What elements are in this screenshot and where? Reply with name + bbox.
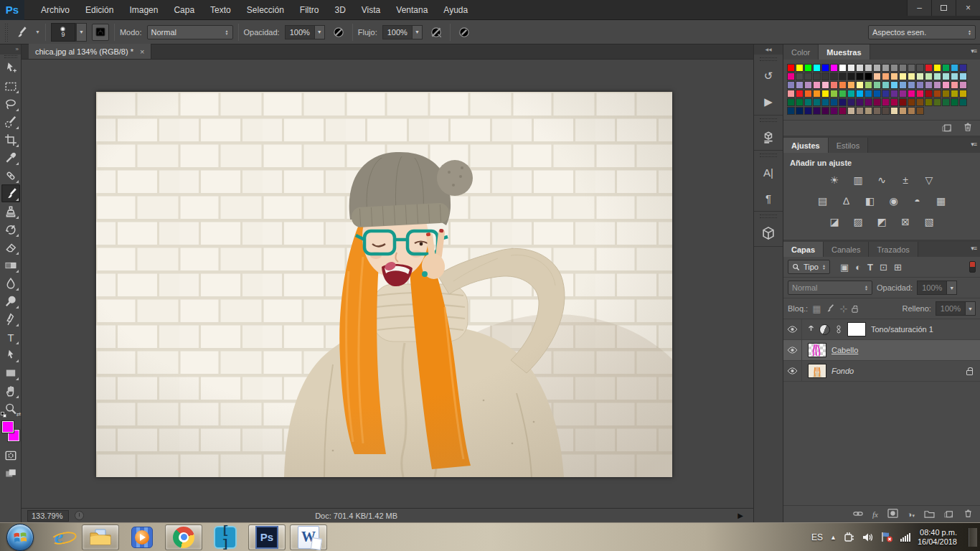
ajuste-curvas-icon[interactable]: ∿ bbox=[873, 173, 890, 187]
layer-row-tono-saturacion[interactable]: Tono/saturación 1 bbox=[783, 319, 980, 340]
color-swatch[interactable] bbox=[916, 72, 924, 80]
layer-thumbnail[interactable] bbox=[808, 343, 826, 357]
color-swatch[interactable] bbox=[830, 72, 838, 80]
color-swatch[interactable] bbox=[804, 72, 812, 80]
move-tool[interactable] bbox=[1, 59, 20, 77]
taskbar-windows-explorer[interactable] bbox=[82, 524, 119, 550]
delete-layer-icon[interactable] bbox=[963, 509, 973, 519]
status-menu-arrow-icon[interactable]: ▶ bbox=[738, 512, 743, 519]
panel-menu-icon[interactable]: ▾≡ bbox=[971, 141, 976, 148]
color-swatch[interactable] bbox=[804, 81, 812, 89]
color-swatch[interactable] bbox=[908, 107, 915, 115]
color-swatch[interactable] bbox=[873, 98, 881, 106]
color-swatch[interactable] bbox=[890, 81, 898, 89]
color-swatch[interactable] bbox=[847, 90, 855, 98]
color-swatch[interactable] bbox=[847, 72, 855, 80]
brush-tool[interactable] bbox=[1, 184, 20, 202]
color-swatch[interactable] bbox=[882, 98, 890, 106]
ajuste-consulta-colores-icon[interactable]: ▦ bbox=[933, 194, 950, 208]
history-panel-icon[interactable]: ↺ bbox=[754, 63, 783, 89]
color-swatch[interactable] bbox=[916, 98, 924, 106]
eyedropper-tool[interactable] bbox=[1, 149, 20, 166]
show-desktop-button[interactable] bbox=[969, 528, 977, 547]
color-swatch[interactable] bbox=[899, 81, 907, 89]
color-swatch[interactable] bbox=[873, 81, 881, 89]
color-swatch[interactable] bbox=[916, 64, 924, 72]
color-swatch[interactable] bbox=[916, 90, 924, 98]
layer-mask-thumbnail[interactable] bbox=[847, 322, 866, 336]
options-grip[interactable] bbox=[4, 23, 8, 42]
layer-name[interactable]: Cabello bbox=[831, 346, 858, 354]
color-swatch[interactable] bbox=[925, 64, 933, 72]
hand-tool[interactable] bbox=[1, 382, 20, 400]
show-hidden-icons-button[interactable]: ▲ bbox=[830, 534, 837, 541]
character-panel-icon[interactable]: A| bbox=[754, 159, 783, 185]
color-swatch[interactable] bbox=[804, 64, 812, 72]
add-layer-mask-icon[interactable] bbox=[887, 509, 898, 519]
status-clock-icon[interactable] bbox=[75, 511, 84, 520]
filter-type-layers-icon[interactable]: T bbox=[867, 262, 873, 273]
color-swatch[interactable] bbox=[951, 98, 958, 106]
color-swatch[interactable] bbox=[951, 90, 958, 98]
taskbar-brackets[interactable]: [ ] bbox=[207, 524, 244, 550]
color-swatch[interactable] bbox=[933, 72, 941, 80]
color-swatch[interactable] bbox=[899, 90, 907, 98]
ajuste-exposicion-icon[interactable]: ± bbox=[897, 173, 914, 187]
filtering-toggle[interactable] bbox=[969, 261, 976, 273]
new-group-icon[interactable] bbox=[924, 509, 935, 519]
color-swatch[interactable] bbox=[864, 81, 872, 89]
color-swatch[interactable] bbox=[821, 107, 829, 115]
color-swatch[interactable] bbox=[942, 98, 950, 106]
flow-select[interactable]: 100% ▼ bbox=[382, 25, 423, 39]
pressure-size-icon[interactable] bbox=[456, 24, 473, 41]
color-swatch[interactable] bbox=[942, 90, 950, 98]
delete-swatch-icon[interactable] bbox=[963, 122, 973, 135]
color-swatch[interactable] bbox=[839, 81, 847, 89]
color-swatch[interactable] bbox=[821, 64, 829, 72]
layer-styles-icon[interactable]: fx bbox=[872, 510, 878, 519]
lock-all-icon[interactable] bbox=[852, 308, 858, 312]
layer-filter-select[interactable]: Tipo ▲▼ bbox=[788, 260, 830, 274]
color-swatch[interactable] bbox=[942, 81, 950, 89]
signal-strength-icon[interactable] bbox=[900, 533, 910, 542]
color-swatch[interactable] bbox=[899, 98, 907, 106]
menu-capa[interactable]: Capa bbox=[166, 1, 202, 19]
minimize-button[interactable]: – bbox=[907, 0, 931, 16]
rectangle-shape-tool[interactable] bbox=[1, 364, 20, 382]
new-layer-icon[interactable] bbox=[944, 509, 954, 519]
actions-panel-icon[interactable]: ▶ bbox=[754, 89, 783, 115]
color-swatch[interactable] bbox=[925, 90, 933, 98]
3d-panel-icon[interactable] bbox=[754, 220, 783, 246]
color-swatch[interactable] bbox=[813, 81, 821, 89]
layer-visibility-toggle[interactable] bbox=[783, 319, 802, 339]
color-swatch[interactable] bbox=[959, 90, 967, 98]
color-swatch[interactable] bbox=[873, 90, 881, 98]
color-swatch[interactable] bbox=[787, 64, 795, 72]
taskbar-photoshop[interactable]: Ps bbox=[248, 524, 286, 550]
color-swatch[interactable] bbox=[925, 72, 933, 80]
ajuste-intensidad-icon[interactable]: ▽ bbox=[920, 173, 938, 187]
crop-tool[interactable] bbox=[1, 131, 20, 149]
pressure-opacity-icon[interactable] bbox=[330, 24, 347, 41]
color-swatch[interactable] bbox=[796, 81, 804, 89]
color-swatch[interactable] bbox=[821, 72, 829, 80]
menu-selecci-n[interactable]: Selección bbox=[239, 1, 292, 19]
color-swatch[interactable] bbox=[882, 81, 890, 89]
taskbar-internet-explorer[interactable]: e bbox=[40, 524, 77, 550]
brush-size-caret-icon[interactable]: ▼ bbox=[76, 24, 86, 41]
history-brush-tool[interactable] bbox=[1, 220, 20, 238]
color-swatch[interactable] bbox=[796, 90, 804, 98]
tab-muestras[interactable]: Muestras bbox=[819, 44, 870, 60]
color-swatch[interactable] bbox=[856, 98, 864, 106]
properties-panel-icon[interactable] bbox=[754, 124, 783, 150]
layer-blend-mode-select[interactable]: Normal ▲▼ bbox=[788, 281, 872, 295]
ajuste-mezclador-canales-icon[interactable]: ◓ bbox=[909, 194, 926, 208]
spot-healing-brush-tool[interactable] bbox=[1, 166, 20, 184]
color-swatch[interactable] bbox=[847, 81, 855, 89]
color-swatch[interactable] bbox=[864, 90, 872, 98]
color-swatch[interactable] bbox=[908, 98, 915, 106]
pen-tool[interactable] bbox=[1, 310, 20, 328]
color-swatch[interactable] bbox=[942, 72, 950, 80]
new-swatch-icon[interactable] bbox=[942, 122, 953, 135]
color-swatch[interactable] bbox=[847, 98, 855, 106]
